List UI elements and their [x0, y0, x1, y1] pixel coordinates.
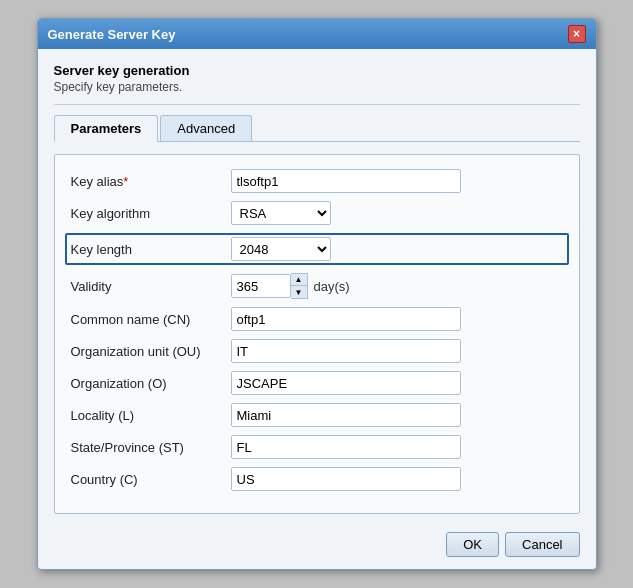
org-input[interactable]	[231, 371, 461, 395]
spinner-down-button[interactable]: ▼	[291, 286, 307, 298]
validity-row: Validity ▲ ▼ day(s)	[71, 273, 563, 299]
common-name-row: Common name (CN)	[71, 307, 563, 331]
spinner-up-button[interactable]: ▲	[291, 274, 307, 286]
key-length-row: Key length 1024 2048 4096	[65, 233, 569, 265]
tab-parameters[interactable]: Parameters	[54, 115, 159, 142]
validity-spinner: ▲ ▼ day(s)	[231, 273, 350, 299]
key-algorithm-select[interactable]: RSA DSA EC	[231, 201, 331, 225]
required-marker: *	[123, 174, 128, 189]
section-heading: Server key generation	[54, 63, 580, 78]
section-divider	[54, 104, 580, 105]
state-input[interactable]	[231, 435, 461, 459]
org-row: Organization (O)	[71, 371, 563, 395]
country-label: Country (C)	[71, 472, 231, 487]
section-subheading: Specify key parameters.	[54, 80, 580, 94]
state-row: State/Province (ST)	[71, 435, 563, 459]
key-alias-label: Key alias*	[71, 174, 231, 189]
key-alias-row: Key alias*	[71, 169, 563, 193]
country-input[interactable]	[231, 467, 461, 491]
validity-label: Validity	[71, 279, 231, 294]
key-length-label: Key length	[71, 242, 231, 257]
tab-bar: Parameters Advanced	[54, 115, 580, 142]
common-name-input[interactable]	[231, 307, 461, 331]
country-row: Country (C)	[71, 467, 563, 491]
org-unit-input[interactable]	[231, 339, 461, 363]
cancel-button[interactable]: Cancel	[505, 532, 579, 557]
validity-input[interactable]	[231, 274, 291, 298]
dialog-title: Generate Server Key	[48, 27, 176, 42]
spinner-buttons: ▲ ▼	[291, 273, 308, 299]
locality-row: Locality (L)	[71, 403, 563, 427]
key-algorithm-label: Key algorithm	[71, 206, 231, 221]
key-length-select[interactable]: 1024 2048 4096	[231, 237, 331, 261]
org-label: Organization (O)	[71, 376, 231, 391]
dialog-titlebar: Generate Server Key ×	[38, 19, 596, 49]
form-panel: Key alias* Key algorithm RSA DSA EC Key …	[54, 154, 580, 514]
key-algorithm-row: Key algorithm RSA DSA EC	[71, 201, 563, 225]
generate-server-key-dialog: Generate Server Key × Server key generat…	[37, 18, 597, 570]
key-alias-input[interactable]	[231, 169, 461, 193]
dialog-body: Server key generation Specify key parame…	[38, 49, 596, 524]
close-button[interactable]: ×	[568, 25, 586, 43]
validity-unit: day(s)	[314, 279, 350, 294]
ok-button[interactable]: OK	[446, 532, 499, 557]
dialog-footer: OK Cancel	[38, 524, 596, 569]
org-unit-label: Organization unit (OU)	[71, 344, 231, 359]
locality-input[interactable]	[231, 403, 461, 427]
tab-advanced[interactable]: Advanced	[160, 115, 252, 141]
state-label: State/Province (ST)	[71, 440, 231, 455]
common-name-label: Common name (CN)	[71, 312, 231, 327]
org-unit-row: Organization unit (OU)	[71, 339, 563, 363]
locality-label: Locality (L)	[71, 408, 231, 423]
